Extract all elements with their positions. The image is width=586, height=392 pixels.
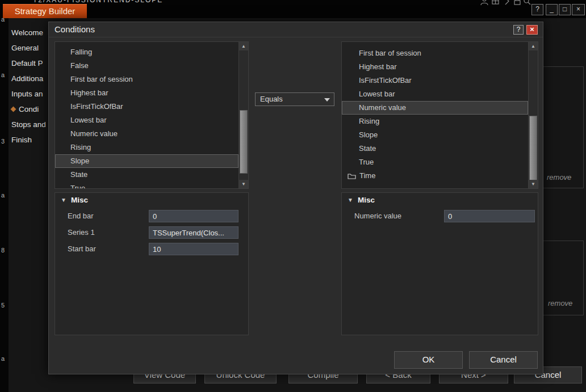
group-label: Misc <box>71 196 88 204</box>
cancel-button[interactable]: Cancel <box>469 351 538 369</box>
dialog-titlebar: Conditions ? × <box>49 22 543 37</box>
edge-char: 3 <box>1 138 5 145</box>
prop-row-start-bar: Start bar <box>55 243 248 256</box>
chevron-down-icon <box>324 98 330 102</box>
dialog-help-button[interactable]: ? <box>513 25 524 35</box>
left-properties-panel: ▼ Misc End bar Series 1 Start bar <box>55 192 249 335</box>
scroll-up-icon[interactable]: ▲ <box>239 42 248 50</box>
remove-link[interactable]: remove <box>547 173 571 182</box>
window-minimize-button[interactable]: _ <box>546 4 558 15</box>
scrollbar-thumb[interactable] <box>529 116 537 184</box>
left-operand-list: Falling False First bar of session Highe… <box>55 41 249 189</box>
edge-char: 8 <box>1 247 5 254</box>
list-item[interactable]: Rising <box>342 115 528 128</box>
strategy-builder-tab: Strategy Builder <box>3 4 87 18</box>
search-icon[interactable] <box>523 0 531 6</box>
list-item[interactable]: State <box>342 142 528 155</box>
prop-label: Series 1 <box>68 228 95 237</box>
chevron-right-icon[interactable] <box>503 0 511 6</box>
window-title-text: T2/XAU-FISSIONTREND-SLOPE <box>33 0 163 4</box>
operator-select[interactable]: Equals <box>255 92 334 106</box>
edge-char: a <box>1 71 5 78</box>
prop-label: Start bar <box>68 245 96 253</box>
series-1-input[interactable] <box>149 226 238 239</box>
group-label: Misc <box>358 196 375 204</box>
end-bar-input[interactable] <box>149 210 238 222</box>
list-item[interactable]: Numeric value <box>55 127 238 141</box>
window-help-button[interactable]: ? <box>531 4 543 15</box>
scrollbar[interactable]: ▲ ▼ <box>528 42 538 188</box>
start-bar-input[interactable] <box>149 243 238 255</box>
expander-icon[interactable]: ▼ <box>61 197 66 203</box>
misc-group-header[interactable]: ▼ Misc <box>55 193 248 208</box>
list-item[interactable]: IsFirstTickOfBar <box>342 74 528 87</box>
edge-char: 5 <box>1 302 5 309</box>
numeric-value-input[interactable] <box>444 210 535 222</box>
window-close-button[interactable]: × <box>572 4 585 15</box>
scrollbar[interactable]: ▲ ▼ <box>238 42 248 188</box>
edge-char: a <box>1 192 5 199</box>
operator-value: Equals <box>260 95 283 103</box>
list-item[interactable]: False <box>55 59 238 73</box>
prop-row-end-bar: End bar <box>55 210 248 223</box>
prop-label: End bar <box>68 212 94 220</box>
right-operand-list: First bar of session Highest bar IsFirst… <box>341 41 538 189</box>
scroll-down-icon[interactable]: ▼ <box>239 180 248 188</box>
window-titlebar: T2/XAU-FISSIONTREND-SLOPE Strategy Build… <box>0 0 586 18</box>
conditions-diamond-icon <box>11 107 16 112</box>
list-item[interactable]: First bar of session <box>55 73 238 86</box>
list-item[interactable]: True <box>342 155 528 169</box>
window-maximize-button[interactable]: □ <box>559 4 571 15</box>
list-item-time-folder[interactable]: Time <box>342 169 528 183</box>
misc-group-header[interactable]: ▼ Misc <box>342 193 538 208</box>
list-item[interactable]: IsFirstTickOfBar <box>55 100 238 113</box>
list-item[interactable]: Lowest bar <box>55 113 238 127</box>
prop-label: Numeric value <box>354 212 401 220</box>
expander-icon[interactable]: ▼ <box>348 197 353 203</box>
grid-icon[interactable] <box>492 0 500 6</box>
list-item[interactable]: Slope <box>342 128 528 142</box>
list-item[interactable]: Highest bar <box>342 60 528 74</box>
prop-row-series-1: Series 1 <box>55 226 248 239</box>
dialog-close-button[interactable]: × <box>526 25 538 35</box>
lock-icon[interactable] <box>513 0 521 6</box>
dialog-title: Conditions <box>55 24 95 34</box>
scroll-up-icon[interactable]: ▲ <box>529 42 538 50</box>
remove-link[interactable]: remove <box>548 299 572 307</box>
ok-button[interactable]: OK <box>394 351 463 369</box>
prop-row-numeric-value: Numeric value <box>342 210 538 223</box>
list-item[interactable]: Falling <box>55 45 238 59</box>
list-item[interactable]: Highest bar <box>55 86 238 100</box>
list-item-selected[interactable]: Numeric value <box>342 101 528 115</box>
list-item[interactable]: State <box>55 168 238 182</box>
left-edge-strip: a a 3 a 8 5 a <box>0 0 9 392</box>
edge-char: a <box>1 355 5 362</box>
person-icon[interactable] <box>480 0 488 6</box>
list-item[interactable]: First bar of session <box>342 47 528 60</box>
list-item[interactable]: Rising <box>55 141 238 154</box>
right-properties-panel: ▼ Misc Numeric value <box>341 192 538 335</box>
list-item-selected[interactable]: Slope <box>55 154 238 168</box>
conditions-dialog: Conditions ? × Falling False First bar o… <box>48 22 543 374</box>
scroll-down-icon[interactable]: ▼ <box>529 180 538 188</box>
folder-icon <box>348 172 356 179</box>
list-item[interactable]: True <box>55 182 238 188</box>
list-item[interactable]: Lowest bar <box>342 87 528 101</box>
scrollbar-thumb[interactable] <box>240 110 248 174</box>
